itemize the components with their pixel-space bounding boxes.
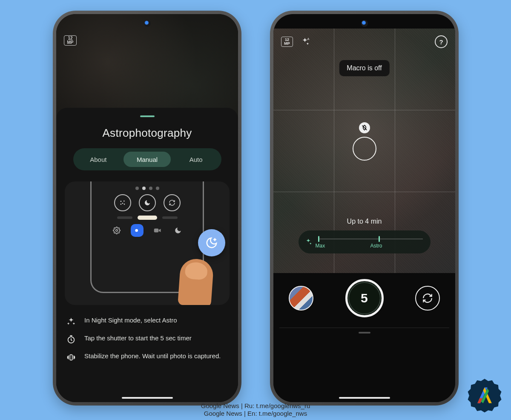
source-logo-badge xyxy=(467,377,502,413)
instruction-item: Stabilize the phone. Wait until photo is… xyxy=(66,352,228,362)
mp-unit: MP xyxy=(284,42,290,46)
home-indicator[interactable] xyxy=(122,397,173,399)
megapixel-badge[interactable]: 12 MP xyxy=(64,35,77,46)
macro-toast: Macro is off xyxy=(339,60,389,76)
svg-point-6 xyxy=(135,229,138,232)
mock-slider xyxy=(117,216,178,220)
megapixel-badge[interactable]: 12 MP xyxy=(281,37,293,47)
phone-screen-left: 12 MP Astrophotography About Manual Auto xyxy=(56,14,238,402)
tab-about[interactable]: About xyxy=(75,152,122,167)
exposure-duration-label: Up to 4 min xyxy=(273,218,455,225)
tab-manual[interactable]: Manual xyxy=(123,152,171,167)
help-button[interactable]: ? xyxy=(435,35,448,48)
mock-page-dots xyxy=(135,187,159,190)
finger-illustration xyxy=(178,258,214,305)
slider-stop-astro[interactable] xyxy=(379,236,380,242)
shutter-countdown: 5 xyxy=(348,282,381,314)
sheet-title: Astrophotography xyxy=(65,127,230,140)
instruction-illustration xyxy=(65,181,230,305)
instruction-text: In Night Sight mode, select Astro xyxy=(84,316,177,325)
mock-refresh-icon xyxy=(164,194,181,211)
switch-camera-button[interactable] xyxy=(415,286,440,311)
mock-camera-icon xyxy=(131,224,144,237)
stabilize-icon xyxy=(66,353,77,362)
image-credits: Google News | Ru: t.me/googlenws_ru Goog… xyxy=(201,402,310,417)
adjustments-row[interactable]: Reset All Night Sight Brightness xyxy=(273,338,455,385)
sparkles-icon xyxy=(304,238,312,246)
svg-rect-7 xyxy=(154,229,158,233)
tab-auto[interactable]: Auto xyxy=(172,152,220,167)
mock-moon-icon xyxy=(139,194,156,211)
svg-point-0 xyxy=(121,201,121,201)
svg-point-1 xyxy=(123,201,124,201)
sparkles-icon xyxy=(66,317,77,326)
svg-text:A: A xyxy=(307,37,310,41)
mock-video-icon xyxy=(151,224,164,237)
mp-unit: MP xyxy=(67,40,74,45)
svg-point-3 xyxy=(124,204,124,204)
timer-icon xyxy=(66,335,77,344)
svg-point-2 xyxy=(122,203,123,204)
exposure-slider-track[interactable]: Max Astro xyxy=(318,235,423,249)
instruction-list: In Night Sight mode, select Astro Tap th… xyxy=(65,316,230,362)
capture-row: 5 xyxy=(273,279,455,317)
svg-rect-9 xyxy=(70,355,72,360)
adjustments-drag-handle[interactable] xyxy=(359,332,370,334)
instruction-text: Stabilize the phone. Wait until photo is… xyxy=(84,352,221,360)
control-divider xyxy=(279,328,449,328)
sheet-drag-handle[interactable] xyxy=(140,115,155,117)
home-indicator[interactable] xyxy=(339,397,390,399)
slider-stop-max[interactable] xyxy=(318,236,319,242)
phone-device-right: 12 MP A ? Macro is off Up to 4 min xyxy=(270,11,459,406)
macro-off-icon[interactable] xyxy=(359,122,370,133)
phone-device-left: 12 MP Astrophotography About Manual Auto xyxy=(53,11,241,406)
astrophotography-sheet: Astrophotography About Manual Auto xyxy=(56,108,238,402)
phone-screen-right: 12 MP A ? Macro is off Up to 4 min xyxy=(273,14,455,402)
credit-line-2: Google News | En: t.me/google_nws xyxy=(201,410,310,417)
slider-label-max: Max xyxy=(316,243,325,249)
focus-indicator[interactable] xyxy=(353,137,376,161)
front-camera-hole xyxy=(144,20,151,27)
instruction-text: Tap the shutter to start the 5 sec timer xyxy=(84,334,192,342)
exposure-slider[interactable]: Max Astro xyxy=(299,230,431,253)
svg-point-4 xyxy=(121,204,121,204)
segmented-control: About Manual Auto xyxy=(73,148,221,170)
top-controls-row: 12 MP A ? xyxy=(273,35,455,48)
gallery-thumbnail[interactable] xyxy=(289,286,313,311)
mock-options-row xyxy=(114,194,181,211)
mock-stars-icon xyxy=(114,194,131,211)
mock-gear-icon xyxy=(110,224,123,237)
instruction-item: Tap the shutter to start the 5 sec timer xyxy=(66,334,228,344)
shutter-button[interactable]: 5 xyxy=(345,279,384,317)
svg-point-5 xyxy=(115,230,118,232)
front-camera-hole xyxy=(361,20,368,27)
mock-night-icon xyxy=(172,224,184,237)
night-mode-fab xyxy=(198,229,225,256)
mock-bottom-row xyxy=(110,224,184,237)
credit-line-1: Google News | Ru: t.me/googlenws_ru xyxy=(201,402,310,410)
slider-label-astro: Astro xyxy=(370,243,382,249)
instruction-item: In Night Sight mode, select Astro xyxy=(66,316,228,326)
auto-enhance-icon[interactable]: A xyxy=(299,37,311,47)
